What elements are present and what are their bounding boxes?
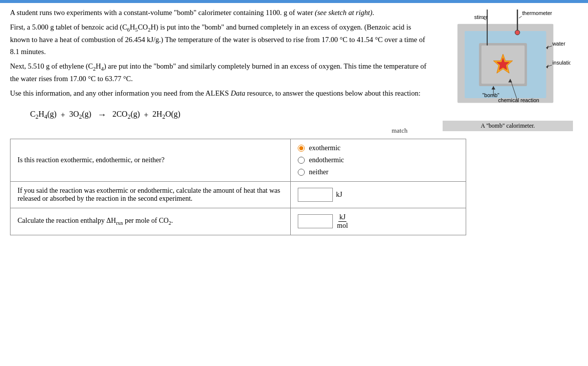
- calorimeter-svg: thermometer stirrer water insulation: [445, 10, 570, 120]
- reactant2: 3O2(g): [69, 110, 91, 121]
- question-3: Calculate the reaction enthalpy ΔHrxn pe…: [11, 208, 291, 235]
- sketch-ref: (see sketch at right): [315, 9, 372, 17]
- plus2: +: [144, 111, 148, 120]
- chemical-reaction-label: chemical reaction: [498, 97, 539, 103]
- qa-table: Is this reaction exothermic, endothermic…: [10, 139, 466, 235]
- thermometer-label: thermometer: [522, 10, 552, 16]
- unit-fraction: kJ mol: [336, 213, 349, 230]
- unit-kj-1: kJ: [336, 191, 342, 199]
- radio-circle-neither[interactable]: [298, 169, 305, 176]
- radio-label-neither: neither: [309, 168, 328, 176]
- table-row-2: If you said the reaction was exothermic …: [11, 181, 466, 208]
- enthalpy-input[interactable]: [298, 214, 333, 228]
- question-1-text: Is this reaction exothermic, endothermic…: [18, 156, 164, 164]
- question-3-text: Calculate the reaction enthalpy ΔHrxn pe…: [18, 217, 173, 224]
- reaction-arrow: →: [97, 110, 106, 120]
- intro-paragraph: A student runs two experiments with a co…: [10, 7, 428, 19]
- top-bar: [0, 0, 588, 3]
- svg-point-7: [515, 30, 520, 35]
- stirrer-label: stirrer: [474, 14, 488, 20]
- input-unit-row-2: kJ: [298, 188, 459, 202]
- question-2-text: If you said the reaction was exothermic …: [18, 187, 280, 202]
- bomb-label: "bomb": [482, 92, 499, 98]
- radio-group-1: exothermic endothermic neither: [298, 144, 459, 176]
- question-1: Is this reaction exothermic, endothermic…: [11, 139, 291, 181]
- radio-circle-exothermic[interactable]: [298, 145, 305, 152]
- input-unit-row-3: kJ mol: [298, 213, 459, 230]
- radio-endothermic[interactable]: endothermic: [298, 156, 459, 164]
- problem-text: A student runs two experiments with a co…: [10, 7, 428, 100]
- product2: 2H2O(g): [152, 110, 180, 121]
- table-row-1: Is this reaction exothermic, endothermic…: [11, 139, 466, 181]
- calorimeter-container: thermometer stirrer water insulation: [438, 10, 578, 131]
- insulation-label: insulation: [552, 60, 570, 66]
- data-word: Data: [231, 89, 245, 97]
- radio-label-exothermic: exothermic: [309, 144, 340, 152]
- equation-row: C2H4(g) + 3O2(g) → 2CO2(g) + 2H2O(g): [30, 110, 428, 121]
- question-2: If you said the reaction was exothermic …: [11, 181, 291, 208]
- para3: Use this information, and any other info…: [10, 88, 428, 99]
- radio-neither[interactable]: neither: [298, 168, 459, 176]
- left-content: A student runs two experiments with a co…: [10, 7, 428, 235]
- radio-label-endothermic: endothermic: [309, 156, 344, 164]
- reactant1: C2H4(g): [30, 110, 57, 121]
- para2: Next, 5.510 g of ethylene (C2H4) are put…: [10, 61, 428, 85]
- unit-denominator: mol: [336, 222, 349, 230]
- product1: 2CO2(g): [112, 110, 140, 121]
- table-section: Is this reaction exothermic, endothermic…: [10, 139, 428, 235]
- unit-numerator: kJ: [338, 213, 346, 222]
- heat-input[interactable]: [298, 188, 333, 202]
- table-row-3: Calculate the reaction enthalpy ΔHrxn pe…: [11, 208, 466, 235]
- radio-exothermic[interactable]: exothermic: [298, 144, 459, 152]
- main-layout: A student runs two experiments with a co…: [10, 7, 578, 235]
- plus1: +: [61, 111, 65, 120]
- right-content: thermometer stirrer water insulation: [438, 7, 578, 235]
- match-label-area: match: [10, 127, 428, 135]
- match-text: match: [391, 127, 408, 134]
- water-label: water: [552, 41, 565, 47]
- equation-section: C2H4(g) + 3O2(g) → 2CO2(g) + 2H2O(g): [10, 110, 428, 121]
- radio-circle-endothermic[interactable]: [298, 157, 305, 164]
- para1: First, a 5.000 g tablet of benzoic acid …: [10, 22, 428, 58]
- svg-line-8: [519, 16, 522, 18]
- calorimeter-caption: A "bomb" calorimeter.: [443, 121, 573, 131]
